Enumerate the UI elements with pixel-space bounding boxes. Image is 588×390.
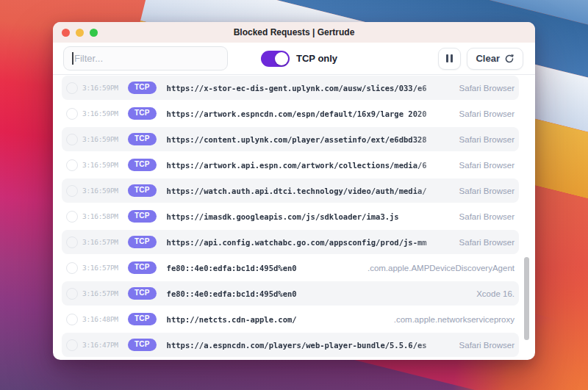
pause-icon: [446, 54, 448, 62]
table-row-inner: 3:16:59PM TCP https://content.uplynk.com…: [62, 127, 519, 151]
row-app: Safari Browser: [459, 212, 514, 221]
table-row-inner: 3:16:57PM TCP fe80::4e0:edfa:bc1d:495d%e…: [62, 281, 519, 306]
blocked-requests-list[interactable]: 3:16:59PM TCP https://x-stor-ec-dis-gent…: [53, 75, 535, 359]
table-row[interactable]: 3:16:57PM TCP fe80::4e0:edfa:bc1d:495d%e…: [53, 281, 535, 306]
toggle-knob: [275, 52, 288, 65]
text-cursor: [72, 52, 74, 65]
row-url: https://imasdk.googleapis.com/js/sdkload…: [167, 212, 453, 221]
table-row[interactable]: 3:16:59PM TCP https://watch.auth.api.dtc…: [53, 178, 535, 203]
table-row-inner: 3:16:59PM TCP https://watch.auth.api.dtc…: [62, 178, 519, 203]
zoom-button[interactable]: [90, 29, 98, 37]
close-button[interactable]: [62, 29, 70, 37]
toolbar: TCP only Clear: [53, 43, 535, 75]
row-url: https://artwork.api.espn.com/artwork/col…: [167, 161, 453, 170]
table-row[interactable]: 3:16:59PM TCP https://x-stor-ec-dis-gent…: [53, 75, 535, 101]
row-url: https://artwork.espncdn.com/espn/default…: [167, 109, 453, 118]
protocol-badge: TCP: [128, 261, 157, 274]
status-circle-icon[interactable]: [66, 262, 78, 274]
status-circle-icon[interactable]: [66, 236, 78, 248]
minimize-button[interactable]: [76, 29, 84, 37]
table-row-inner: 3:16:59PM TCP https://x-stor-ec-dis-gent…: [62, 76, 519, 100]
row-url: https://content.uplynk.com/player/asseti…: [167, 135, 453, 144]
protocol-badge: TCP: [128, 133, 157, 145]
row-time: 3:16:58PM: [82, 212, 125, 220]
table-row[interactable]: 3:16:48PM TCP http://netcts.cdn-apple.co…: [53, 306, 535, 332]
table-row[interactable]: 3:16:59PM TCP https://artwork.api.espn.c…: [53, 152, 535, 178]
table-row[interactable]: 3:16:59PM TCP https://content.uplynk.com…: [53, 126, 535, 152]
status-circle-icon[interactable]: [66, 211, 78, 223]
status-circle-icon[interactable]: [66, 314, 78, 325]
row-app: Safari Browser: [459, 161, 514, 170]
row-url: https://a.espncdn.com/players/web-player…: [167, 341, 453, 350]
row-url: fe80::4e0:edfa:bc1d:495d%en0: [167, 264, 362, 272]
table-row-inner: 3:16:47PM TCP https://a.espncdn.com/play…: [62, 333, 519, 357]
table-row-inner: 3:16:59PM TCP https://artwork.api.espn.c…: [62, 153, 519, 177]
table-row-inner: 3:16:58PM TCP https://imasdk.googleapis.…: [62, 204, 519, 228]
row-url: fe80::4e0:edfa:bc1d:495d%en0: [167, 289, 471, 298]
row-time: 3:16:59PM: [82, 84, 125, 92]
row-app: Safari Browser: [459, 341, 514, 350]
table-row[interactable]: 3:16:59PM TCP https://artwork.espncdn.co…: [53, 101, 535, 126]
row-app: Safari Browser: [459, 109, 514, 118]
clear-button[interactable]: Clear: [467, 48, 523, 70]
traffic-lights: [62, 22, 98, 43]
table-row-inner: 3:16:59PM TCP https://artwork.espncdn.co…: [62, 101, 519, 126]
titlebar: Blocked Requests | Gertrude: [53, 22, 535, 43]
table-row-inner: 3:16:57PM TCP https://api.config.watchab…: [62, 230, 519, 254]
row-app: Safari Browser: [459, 135, 514, 144]
table-row[interactable]: 3:16:47PM TCP https://a.espncdn.com/play…: [53, 332, 535, 358]
row-time: 3:16:57PM: [82, 238, 125, 246]
protocol-badge: TCP: [128, 82, 157, 94]
desktop: Blocked Requests | Gertrude TCP only Cle…: [0, 0, 588, 390]
row-app: .com.apple.networkserviceproxy: [394, 315, 514, 324]
pause-icon: [451, 54, 453, 62]
window-title: Blocked Requests | Gertrude: [53, 27, 535, 37]
blocked-requests-window: Blocked Requests | Gertrude TCP only Cle…: [53, 22, 535, 360]
filter-field-wrap: [63, 46, 228, 71]
status-circle-icon[interactable]: [66, 134, 78, 145]
row-url: http://netcts.cdn-apple.com/: [167, 315, 388, 324]
table-row-inner: 3:16:57PM TCP fe80::4e0:edfa:bc1d:495d%e…: [62, 256, 519, 280]
table-row[interactable]: 3:16:57PM TCP fe80::4e0:edfa:bc1d:495d%e…: [53, 255, 535, 281]
protocol-badge: TCP: [128, 313, 157, 325]
row-time: 3:16:48PM: [82, 315, 125, 323]
tcp-only-control: TCP only: [261, 51, 337, 67]
status-circle-icon[interactable]: [66, 159, 78, 171]
clear-button-label: Clear: [476, 53, 500, 64]
row-app: Safari Browser: [459, 187, 514, 195]
protocol-badge: TCP: [128, 107, 157, 120]
tcp-only-label: TCP only: [296, 53, 337, 64]
row-time: 3:16:57PM: [82, 289, 125, 297]
filter-input[interactable]: [63, 46, 228, 71]
row-time: 3:16:57PM: [82, 264, 125, 272]
row-app: .com.apple.AMPDeviceDiscoveryAgent: [368, 264, 514, 272]
row-time: 3:16:59PM: [82, 161, 125, 169]
scrollbar-thumb[interactable]: [524, 257, 529, 340]
status-circle-icon[interactable]: [66, 82, 78, 94]
protocol-badge: TCP: [128, 236, 157, 248]
row-url: https://watch.auth.api.dtci.technology/v…: [167, 187, 453, 195]
tcp-only-toggle[interactable]: [261, 51, 290, 67]
row-app: Xcode 16.: [476, 289, 514, 298]
row-app: Safari Browser: [459, 238, 514, 247]
row-url: https://api.config.watchabc.go.com/appsc…: [167, 238, 453, 247]
row-app: Safari Browser: [459, 84, 514, 93]
status-circle-icon[interactable]: [66, 185, 78, 197]
status-circle-icon[interactable]: [66, 108, 78, 120]
table-row[interactable]: 3:16:57PM TCP https://api.config.watchab…: [53, 229, 535, 255]
protocol-badge: TCP: [128, 159, 157, 171]
protocol-badge: TCP: [128, 287, 157, 300]
protocol-badge: TCP: [128, 210, 157, 223]
row-time: 3:16:59PM: [82, 135, 125, 143]
status-circle-icon[interactable]: [66, 339, 78, 351]
table-row[interactable]: 3:16:58PM TCP https://imasdk.googleapis.…: [53, 203, 535, 229]
table-row-inner: 3:16:48PM TCP http://netcts.cdn-apple.co…: [62, 307, 519, 331]
row-url: https://x-stor-ec-dis-gent.uplynk.com/au…: [167, 84, 453, 93]
row-time: 3:16:59PM: [82, 187, 125, 195]
row-time: 3:16:59PM: [82, 109, 125, 118]
status-circle-icon[interactable]: [66, 288, 78, 300]
refresh-icon: [504, 54, 514, 64]
protocol-badge: TCP: [128, 339, 157, 351]
pause-button[interactable]: [438, 48, 461, 70]
row-time: 3:16:47PM: [82, 341, 125, 349]
